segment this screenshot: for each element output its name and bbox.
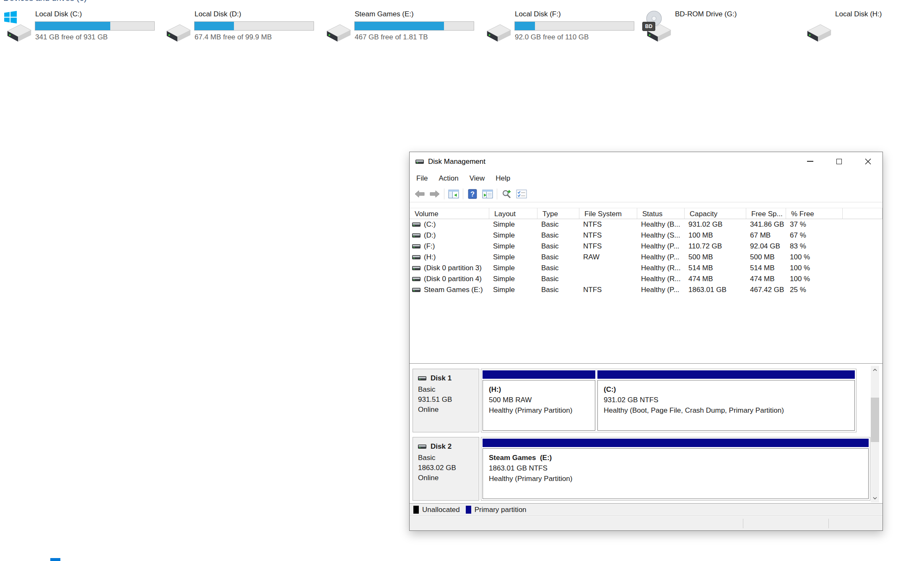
partition-color-bar	[483, 439, 869, 447]
volume-icon	[412, 243, 420, 249]
console-tree-button[interactable]	[446, 188, 461, 200]
volume-row-h[interactable]: (H:) Simple Basic RAW Healthy (P... 500 …	[410, 252, 882, 263]
graphical-pane-scrollbar[interactable]	[871, 366, 879, 502]
free-space-text: 341 GB free of 931 GB	[35, 33, 108, 41]
legend-label-primary: Primary partition	[475, 506, 527, 514]
console-tree-icon	[448, 189, 459, 199]
disk-1-header[interactable]: Disk 1 Basic 931.51 GB Online	[413, 369, 479, 432]
menu-view[interactable]: View	[464, 171, 491, 186]
column-header-layout[interactable]: Layout	[489, 208, 537, 219]
hard-drive-icon	[323, 13, 356, 44]
window-title: Disk Management	[428, 158, 485, 166]
menu-action[interactable]: Action	[433, 171, 464, 186]
drive-tile-c[interactable]: Local Disk (C:) 341 GB free of 931 GB	[3, 10, 159, 45]
help-icon: ?	[468, 189, 477, 199]
system-drive-icon	[3, 13, 36, 44]
drive-name: BD-ROM Drive (G:)	[675, 10, 737, 18]
column-header-freespace[interactable]: Free Sp...	[746, 208, 786, 219]
column-header-status[interactable]: Status	[637, 208, 685, 219]
drive-tile-h[interactable]: Local Disk (H:)	[803, 10, 924, 45]
scrollbar-thumb[interactable]	[871, 398, 879, 442]
close-button[interactable]	[854, 152, 882, 171]
menu-help[interactable]: Help	[490, 171, 516, 186]
action-pane-button[interactable]	[480, 188, 495, 200]
volume-icon	[412, 265, 420, 271]
legend-label-unallocated: Unallocated	[422, 506, 460, 514]
capacity-bar	[194, 21, 314, 31]
devices-and-drives-header: Devices and drives (6)	[3, 0, 87, 3]
maximize-icon	[836, 159, 842, 164]
disk-2-header[interactable]: Disk 2 Basic 1863.02 GB Online	[413, 437, 479, 501]
checklist-button[interactable]	[514, 188, 529, 200]
drive-name: Local Disk (C:)	[35, 10, 82, 18]
hard-drive-icon	[483, 13, 516, 44]
back-button[interactable]	[412, 188, 427, 200]
disk-2-partitions: Steam Games (E:) 1863.01 GB NTFS Healthy…	[481, 437, 870, 501]
partition-c[interactable]: (C:) 931.02 GB NTFS Healthy (Boot, Page …	[597, 370, 855, 431]
pane-separator[interactable]	[410, 363, 882, 364]
volume-list: Volume Layout Type File System Status Ca…	[410, 202, 882, 363]
help-button[interactable]: ?	[465, 188, 480, 200]
scroll-up-button[interactable]	[871, 366, 879, 374]
partition-color-bar	[483, 370, 595, 379]
list-header: Volume Layout Type File System Status Ca…	[410, 208, 882, 219]
volume-row-f[interactable]: (F:) Simple Basic NTFS Healthy (P... 110…	[410, 241, 882, 252]
volume-row-c[interactable]: (C:) Simple Basic NTFS Healthy (B... 931…	[410, 219, 882, 230]
column-header-type[interactable]: Type	[537, 208, 579, 219]
legend-bar: Unallocated Primary partition	[410, 503, 882, 516]
volume-row-disk0-part3[interactable]: (Disk 0 partition 3) Simple Basic Health…	[410, 263, 882, 274]
column-header-filler	[843, 208, 882, 219]
disk-management-icon	[415, 159, 424, 165]
maximize-button[interactable]	[825, 152, 854, 171]
action-pane-icon	[482, 189, 493, 199]
hard-drive-icon	[3, 20, 34, 44]
drive-tile-d[interactable]: Local Disk (D:) 67.4 MB free of 99.9 MB	[163, 10, 319, 45]
hard-drive-icon	[163, 13, 195, 44]
partition-status: Healthy (Boot, Page File, Crash Dump, Pr…	[604, 405, 854, 416]
title-bar[interactable]: Disk Management	[410, 152, 882, 171]
partition-h[interactable]: (H:) 500 MB RAW Healthy (Primary Partiti…	[483, 370, 595, 431]
drive-tile-e[interactable]: Steam Games (E:) 467 GB free of 1.81 TB	[323, 10, 479, 45]
disk-size: 931.51 GB	[418, 395, 479, 405]
disk-2-row: Disk 2 Basic 1863.02 GB Online Steam Gam…	[413, 437, 870, 501]
statusbar-divider	[743, 519, 743, 528]
chevron-up-icon	[873, 369, 877, 371]
partition-e[interactable]: Steam Games (E:) 1863.01 GB NTFS Healthy…	[483, 439, 869, 499]
partition-status: Healthy (Primary Partition)	[489, 405, 595, 416]
drive-tile-f[interactable]: Local Disk (F:) 92.0 GB free of 110 GB	[483, 10, 639, 45]
bd-badge: BD	[642, 22, 655, 31]
disk-1-row: Disk 1 Basic 931.51 GB Online (H:) 500 M…	[413, 369, 856, 432]
column-header-pctfree[interactable]: % Free	[786, 208, 843, 219]
statusbar-divider	[828, 519, 829, 528]
disk-state: Online	[418, 405, 479, 415]
drive-name: Local Disk (H:)	[835, 10, 882, 18]
svg-text:?: ?	[470, 190, 475, 198]
volume-row-disk0-part4[interactable]: (Disk 0 partition 4) Simple Basic Health…	[410, 274, 882, 284]
partition-detail: 1863.01 GB NTFS	[489, 463, 868, 473]
drive-name: Local Disk (F:)	[515, 10, 561, 18]
drive-tile-g[interactable]: BD BD-ROM Drive (G:)	[643, 10, 799, 45]
forward-button[interactable]	[427, 188, 442, 200]
partition-color-bar	[597, 370, 855, 379]
toolbar-separator	[497, 189, 497, 199]
partition-detail: 500 MB RAW	[489, 395, 595, 405]
disk-size: 1863.02 GB	[418, 463, 479, 473]
column-header-capacity[interactable]: Capacity	[685, 208, 746, 219]
volume-row-d[interactable]: (D:) Simple Basic NTFS Healthy (S... 100…	[410, 230, 882, 241]
volume-row-e[interactable]: Steam Games (E:) Simple Basic NTFS Healt…	[410, 284, 882, 295]
disk-state: Online	[418, 473, 479, 483]
properties-button[interactable]	[499, 188, 514, 200]
minimize-button[interactable]	[796, 152, 825, 171]
menu-file[interactable]: File	[411, 171, 433, 186]
toolbar: ?	[410, 186, 882, 202]
scroll-down-button[interactable]	[871, 494, 879, 502]
capacity-bar	[514, 21, 634, 31]
list-rows: (C:) Simple Basic NTFS Healthy (B... 931…	[410, 219, 882, 295]
disk-icon	[418, 375, 426, 381]
capacity-bar	[35, 21, 155, 31]
back-icon	[414, 189, 425, 199]
drive-name: Local Disk (D:)	[195, 10, 241, 18]
column-header-filesystem[interactable]: File System	[579, 208, 637, 219]
checklist-icon	[516, 189, 527, 199]
column-header-volume[interactable]: Volume	[410, 208, 489, 219]
